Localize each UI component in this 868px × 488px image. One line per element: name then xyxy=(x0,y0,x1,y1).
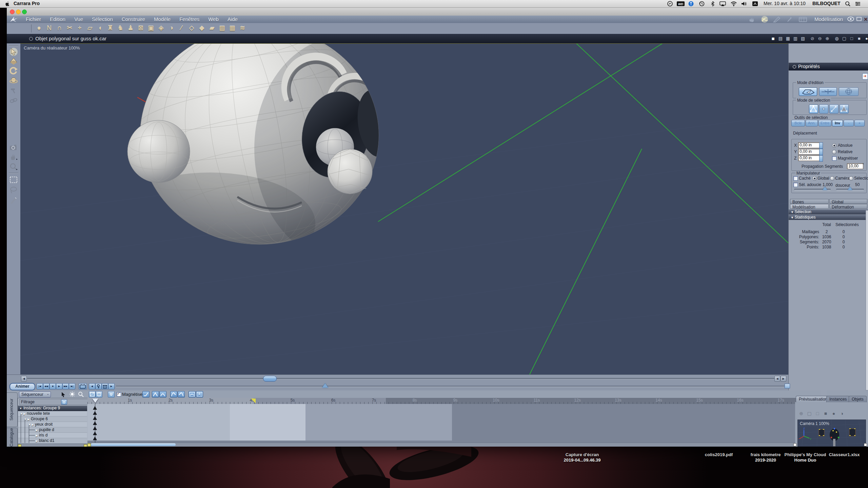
time-slider-track[interactable] xyxy=(116,386,787,387)
pan-hand-tool-icon[interactable] xyxy=(9,152,18,161)
volume-icon[interactable] xyxy=(741,1,748,6)
preview-shaded-icon[interactable]: ● xyxy=(830,410,837,417)
tween-smooth-button[interactable] xyxy=(159,391,166,398)
preview-flat-icon[interactable]: ■ xyxy=(822,410,829,417)
sync-blue-icon[interactable] xyxy=(688,1,694,6)
duck-primitive-icon[interactable]: ♞ xyxy=(115,24,125,32)
section-statistiques[interactable]: ▼ Statistiques xyxy=(789,215,868,220)
layout-single-pane-icon[interactable]: ■ xyxy=(770,36,776,42)
time-machine-icon[interactable] xyxy=(699,1,705,6)
hscroll-left-arrow[interactable]: ◀ xyxy=(21,376,27,382)
options-chevron-button[interactable] xyxy=(108,391,115,398)
select-face-mode-button[interactable] xyxy=(840,104,849,114)
soft-selection-slider[interactable] xyxy=(794,189,831,190)
model-room-icon[interactable] xyxy=(760,16,770,23)
preview-corner-handle[interactable] xyxy=(864,443,867,446)
tween-discrete-button[interactable] xyxy=(196,391,203,398)
keyframe-marker[interactable] xyxy=(93,436,97,440)
select-vertex-mode-button[interactable] xyxy=(819,104,828,114)
selection-radio[interactable] xyxy=(849,176,853,181)
scale-timeline-toggle[interactable] xyxy=(89,391,96,398)
ring-select-button[interactable]: Ann. xyxy=(806,120,818,126)
viewport-3d[interactable]: Caméra du réalisateur 100% xyxy=(20,43,788,375)
viewport-hscroll-track[interactable] xyxy=(27,378,776,379)
absolute-radio[interactable] xyxy=(832,143,836,148)
marquee-select-tool-icon[interactable] xyxy=(9,176,18,184)
display-points-icon[interactable]: ▢ xyxy=(841,36,848,42)
fold-sheet-tool-icon[interactable]: ◆ xyxy=(197,24,207,32)
wifi-icon[interactable] xyxy=(730,1,737,6)
add-keyframe-button[interactable] xyxy=(95,383,102,389)
playhead-marker[interactable] xyxy=(92,399,98,403)
input-source-icon[interactable] xyxy=(752,1,758,6)
menu-item[interactable]: Fenêtres xyxy=(179,16,199,22)
tween-bounce-button[interactable] xyxy=(189,391,196,398)
tab-objets[interactable]: Objets xyxy=(849,396,867,402)
bend-sheet-tool-icon[interactable]: ◇ xyxy=(186,24,197,32)
tree-row-instances[interactable]: ▼Instances: Groupe 9 xyxy=(18,406,87,411)
tree-row-groupe-6[interactable]: ▼▶Groupe 6 xyxy=(18,416,87,422)
x-field[interactable]: 0,00 in xyxy=(798,142,821,148)
select-arrow-tool-icon[interactable] xyxy=(9,47,18,56)
keyframe-marker[interactable] xyxy=(93,426,97,430)
zoom-window-button[interactable] xyxy=(22,9,27,14)
sequencer-timeline[interactable]: 1s2s3s4s5s6s7s8s9s10s11s12s13s14s15s16s1… xyxy=(87,398,820,447)
link-tool-icon[interactable] xyxy=(9,96,18,105)
properties-title-bar[interactable]: Propriétés xyxy=(789,63,868,70)
edit-mode-vertex-button[interactable] xyxy=(799,87,817,96)
go-start-button[interactable]: |◀ xyxy=(37,383,43,389)
globe-wire-2-icon[interactable]: ⊖ xyxy=(816,36,823,42)
tree-row-iris-d[interactable]: ▶iris d xyxy=(18,433,87,438)
layout-split-4-icon[interactable]: ▥ xyxy=(792,36,799,42)
globe-wire-1-icon[interactable]: ⊘ xyxy=(809,36,816,42)
x-stepper[interactable] xyxy=(819,142,823,149)
globe-wire-3-icon[interactable]: ⊕ xyxy=(824,36,831,42)
display-wireframe-icon[interactable]: □ xyxy=(848,36,855,42)
preview-viewport[interactable]: Z Y X Caméra 1 100% xyxy=(797,420,866,447)
close-panel-x-icon[interactable]: ✕ xyxy=(864,16,868,22)
hatch-sheet-tool-icon[interactable]: ▨ xyxy=(217,24,227,32)
zoom-timeline-icon[interactable] xyxy=(78,391,84,397)
bluetooth-icon[interactable] xyxy=(711,1,715,6)
keyframe-marker[interactable] xyxy=(93,406,97,410)
magnetise-checkbox[interactable]: ✓ xyxy=(117,392,121,396)
tab-sequenceur[interactable]: Séquenceur xyxy=(7,392,18,427)
airplay-display-icon[interactable] xyxy=(719,1,726,6)
preview-wireframe-icon[interactable]: □ xyxy=(814,410,821,417)
hammer-tool-icon[interactable] xyxy=(9,86,18,95)
delete-box-tool-icon[interactable]: ⊠ xyxy=(136,24,146,32)
delete-keyframe-button[interactable] xyxy=(102,383,108,389)
forward-button[interactable]: ▶▶ xyxy=(62,383,69,389)
go-end-button[interactable]: ▶| xyxy=(69,383,75,389)
keyframe-mode-toggle[interactable] xyxy=(96,391,102,398)
filter-chevron-button[interactable] xyxy=(61,399,67,405)
menu-item[interactable]: Aide xyxy=(228,16,238,22)
render-room-icon[interactable] xyxy=(798,16,808,23)
shrink-select-button[interactable]: - xyxy=(844,120,854,126)
tab-instances[interactable]: Instances xyxy=(826,396,850,402)
slider-thumb[interactable] xyxy=(823,187,827,190)
preview-normals-icon[interactable]: ⊕ xyxy=(798,410,805,417)
render-preview-button[interactable] xyxy=(79,383,87,389)
layout-split-l-icon[interactable]: ▧ xyxy=(800,36,806,42)
rewind-button[interactable]: ◀◀ xyxy=(43,383,50,389)
prev-keyframe-button[interactable]: ◀ xyxy=(89,383,95,389)
tree-hscrollbar[interactable] xyxy=(18,444,87,447)
scissors-tool-icon[interactable]: ✂ xyxy=(64,24,75,32)
shaded-sphere-tool-icon[interactable]: ◑ xyxy=(166,24,176,32)
dome-tool-icon[interactable]: ◖ xyxy=(95,24,105,32)
line-tool-icon[interactable]: ∕ xyxy=(176,24,186,32)
plane-sheet-tool-icon[interactable]: ▰ xyxy=(207,24,217,32)
tab-deformation[interactable]: Déformation xyxy=(829,204,867,209)
polyline-tool-icon[interactable]: N xyxy=(44,24,54,32)
tab-previsualisation[interactable]: Prévisualisation xyxy=(796,396,830,402)
menu-item[interactable]: Modèle xyxy=(154,16,171,22)
tab-catalogue[interactable]: Catalogue xyxy=(7,428,18,447)
window-titlebar[interactable] xyxy=(7,7,868,16)
tween-ease-out-button[interactable] xyxy=(178,391,185,398)
scale-tool-icon[interactable] xyxy=(9,76,18,85)
y-field[interactable]: 0,00 in xyxy=(798,149,821,155)
tween-linear-button[interactable] xyxy=(142,391,150,398)
camera-tool-icon[interactable] xyxy=(9,143,18,152)
zoom-tool-icon[interactable] xyxy=(9,163,18,171)
